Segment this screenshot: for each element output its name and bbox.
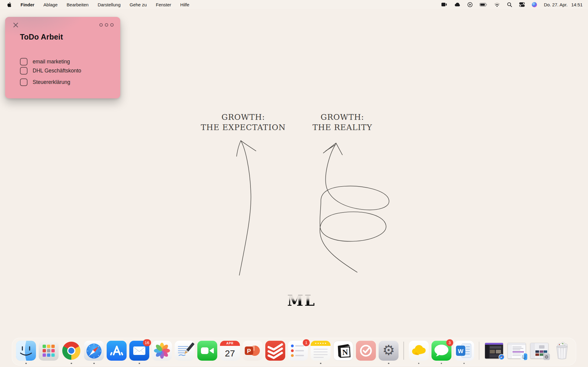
dock-task-check-icon[interactable] xyxy=(356,341,376,361)
dock-word-icon[interactable]: W xyxy=(454,341,474,361)
dock-mail-icon[interactable]: 16 xyxy=(129,341,149,361)
running-indicator-dot xyxy=(320,363,321,364)
reminders-badge: 1 xyxy=(303,339,310,346)
messages-badge: 3 xyxy=(446,339,453,346)
menu-item-finder[interactable]: Finder xyxy=(21,2,34,7)
checkbox-steuererklaerung[interactable] xyxy=(20,78,27,86)
arrow-straight-shaft xyxy=(239,141,251,275)
wifi-icon[interactable] xyxy=(494,2,500,7)
dock-minimized-window-settings[interactable]: ⚙ xyxy=(529,341,549,361)
finder-mini-icon xyxy=(521,353,527,360)
siri-icon[interactable] xyxy=(532,2,537,7)
search-icon[interactable] xyxy=(507,2,512,7)
dock-powerpoint-icon[interactable]: P xyxy=(243,341,263,361)
checkbox-dhl-geschaeftskonto[interactable] xyxy=(20,67,27,75)
play-circle-icon[interactable] xyxy=(467,2,473,7)
menu-item-bearbeiten[interactable]: Bearbeiten xyxy=(67,2,89,7)
dock-system-settings-icon[interactable]: ⚙ xyxy=(379,341,399,361)
dock-notes-icon[interactable] xyxy=(311,341,331,361)
todo-label: Steuererklärung xyxy=(33,79,70,85)
running-indicator-dot xyxy=(418,363,419,364)
dock-finder-icon[interactable] xyxy=(16,341,36,361)
dock-messages-icon[interactable]: 3 xyxy=(431,341,451,361)
dock-chrome-icon[interactable] xyxy=(61,341,81,361)
checkbox-email-marketing[interactable] xyxy=(20,58,27,65)
settings-mini-icon: ⚙ xyxy=(543,353,550,360)
more-options-icon[interactable] xyxy=(99,23,114,27)
dock-todoist-icon[interactable] xyxy=(265,341,285,361)
gear-icon: ⚙ xyxy=(382,343,395,357)
dock-divider xyxy=(403,342,404,360)
cloud-icon[interactable] xyxy=(454,2,460,7)
close-icon[interactable] xyxy=(13,22,19,28)
menu-item-gehe-zu[interactable]: Gehe zu xyxy=(130,2,147,7)
dock-cloud-drive-icon[interactable] xyxy=(409,341,429,361)
dock-trash-icon[interactable] xyxy=(552,341,572,361)
dock-textedit-icon[interactable] xyxy=(175,341,195,361)
calendar-month: APR xyxy=(220,341,240,346)
todo-row: email marketing xyxy=(20,58,70,65)
menu-item-fenster[interactable]: Fenster xyxy=(156,2,171,7)
control-center-icon[interactable] xyxy=(519,2,525,7)
clock-date: Do. 27. Apr. xyxy=(544,2,567,7)
dock-app-store-icon[interactable] xyxy=(107,341,127,361)
note-title: ToDo Arbeit xyxy=(20,33,63,41)
safari-mini-icon xyxy=(498,354,505,360)
calendar-day: 27 xyxy=(225,346,235,361)
video-camera-icon[interactable] xyxy=(441,2,447,7)
dock-safari-icon[interactable] xyxy=(84,341,104,361)
todo-label: DHL Geschäftskonto xyxy=(33,68,81,74)
sticky-note[interactable]: ToDo Arbeit email marketing DHL Geschäft… xyxy=(5,17,120,98)
notion-glyph: N xyxy=(342,348,348,357)
apple-menu-icon[interactable] xyxy=(7,2,11,8)
dock-minimized-window-safari[interactable] xyxy=(484,341,504,361)
dock-divider xyxy=(479,342,480,360)
running-indicator-dot xyxy=(93,363,95,364)
running-indicator-dot xyxy=(71,363,72,364)
menu-item-darstellung[interactable]: Darstellung xyxy=(98,2,121,7)
battery-icon[interactable] xyxy=(480,2,487,7)
arrow-squiggle-shaft xyxy=(320,144,389,272)
dock-calendar-icon[interactable]: APR 27 xyxy=(220,341,240,361)
todo-row: DHL Geschäftskonto xyxy=(20,67,81,75)
menu-bar: Finder Ablage Bearbeiten Darstellung Geh… xyxy=(0,0,588,9)
todo-label: email marketing xyxy=(33,59,70,65)
dock: 16 xyxy=(12,338,576,365)
word-glyph: W xyxy=(458,348,463,354)
running-indicator-dot xyxy=(139,363,140,364)
dock-facetime-icon[interactable] xyxy=(197,341,217,361)
running-indicator-dot xyxy=(463,363,465,364)
svg-text:⚙: ⚙ xyxy=(544,354,548,360)
running-indicator-dot xyxy=(25,363,27,364)
todo-row: Steuererklärung xyxy=(20,78,70,86)
dock-launchpad-icon[interactable] xyxy=(39,341,59,361)
running-indicator-dot xyxy=(388,363,389,364)
menubar-clock[interactable]: Do. 27. Apr. 14:51 xyxy=(544,2,583,7)
running-indicator-dot xyxy=(441,363,442,364)
dock-reminders-icon[interactable]: 1 xyxy=(288,341,308,361)
dock-minimized-window-finder[interactable] xyxy=(507,341,527,361)
menu-item-ablage[interactable]: Ablage xyxy=(44,2,58,7)
mail-badge: 16 xyxy=(143,339,151,346)
menu-item-hilfe[interactable]: Hilfe xyxy=(180,2,189,7)
powerpoint-glyph: P xyxy=(247,348,251,354)
clock-time: 14:51 xyxy=(571,2,583,7)
dock-photos-icon[interactable] xyxy=(152,341,172,361)
dock-notion-icon[interactable]: N xyxy=(333,341,353,361)
